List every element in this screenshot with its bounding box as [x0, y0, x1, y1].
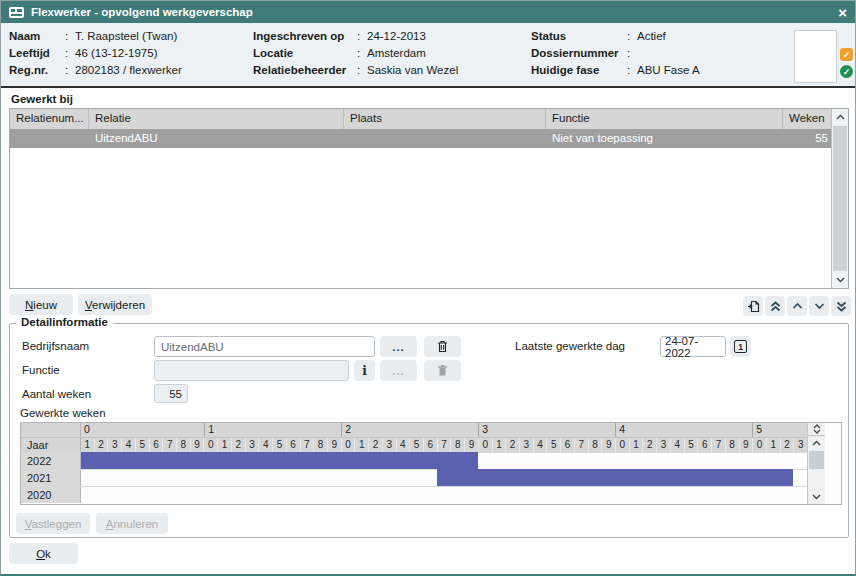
column-header-weken[interactable]: Weken — [783, 109, 832, 129]
week-number-header-cell: 4 — [396, 438, 410, 452]
ellipsis-icon: ... — [392, 367, 405, 375]
green-check-icon[interactable]: ✓ — [840, 65, 853, 78]
field-value: T. Raapsteel (Twan) — [75, 28, 177, 45]
separator: : — [357, 28, 367, 45]
week-number-header-cell: 9 — [464, 438, 478, 452]
table-scrollbar[interactable] — [831, 109, 848, 288]
close-icon[interactable]: × — [838, 5, 847, 20]
year-label: 2020 — [21, 487, 81, 503]
header-column-right: Status:Actief Dossiernummer: Huidige fas… — [531, 28, 700, 79]
flexwerker-dialog: Flexwerker - opvolgend werkgeverschap × … — [0, 0, 856, 576]
header-column-left: Naam:T. Raapsteel (Twan) Leeftijd:46 (13… — [9, 28, 182, 79]
new-button[interactable]: Nieuw — [9, 294, 73, 315]
bedrijfsnaam-input[interactable]: UitzendABU — [154, 336, 375, 357]
worked-weeks-bar — [437, 469, 793, 486]
delete-button[interactable]: Verwijderen — [78, 294, 152, 315]
export-row-button[interactable] — [743, 296, 763, 316]
scroll-both-icon[interactable] — [808, 423, 825, 436]
functie-info-button[interactable]: i — [354, 360, 375, 381]
field-value: 24-12-2013 — [367, 28, 426, 45]
field-label: Ingeschreven op — [253, 28, 357, 45]
detail-section: Detailinformatie Bedrijfsnaam UitzendABU… — [9, 323, 849, 538]
info-icon: i — [362, 364, 367, 378]
field-label: Locatie — [253, 45, 357, 62]
cell-plaats — [344, 129, 546, 148]
week-number-header-cell: 0 — [615, 438, 629, 452]
scrollbar-thumb[interactable] — [833, 126, 847, 271]
person-info-header: Naam:T. Raapsteel (Twan) Leeftijd:46 (13… — [1, 23, 855, 88]
bedrijfsnaam-label: Bedrijfsnaam — [22, 340, 89, 352]
move-top-button[interactable] — [765, 296, 785, 316]
week-number-header-row: Jaar 12345678901234567890123456789012345… — [21, 437, 807, 452]
year-row: 2021 — [21, 469, 807, 486]
laatste-gewerkte-dag-input[interactable]: 24-07-2022 — [660, 336, 726, 357]
field-value: Actief — [637, 28, 666, 45]
scrollbar-thumb[interactable] — [809, 451, 824, 469]
bedrijfsnaam-delete-button[interactable] — [424, 336, 461, 357]
week-number-header-cell: 0 — [752, 438, 766, 452]
gewerkte-weken-label: Gewerkte weken — [20, 407, 106, 419]
weeks-track[interactable] — [81, 487, 807, 503]
year-label: 2021 — [21, 470, 81, 486]
field-label: Huidige fase — [531, 62, 627, 79]
week-number-header-cell: 7 — [300, 438, 314, 452]
year-label: 2022 — [21, 453, 81, 469]
column-header-functie[interactable]: Functie — [546, 109, 783, 129]
field-label: Dossiernummer — [531, 45, 627, 62]
chevron-up-icon — [792, 302, 803, 310]
week-number-header-cell: 1 — [217, 438, 231, 452]
year-column-header: Jaar — [21, 438, 81, 452]
move-up-button[interactable] — [787, 296, 807, 316]
column-header-relatie[interactable]: Relatie — [89, 109, 344, 129]
button-label: Ok — [36, 548, 51, 560]
week-tens-header-cell: 4 — [615, 423, 752, 437]
week-number-header-cell: 0 — [478, 438, 492, 452]
week-number-header-cell: 5 — [409, 438, 423, 452]
cell-functie: Niet van toepassing — [546, 129, 783, 148]
separator: : — [357, 45, 367, 62]
column-header-plaats[interactable]: Plaats — [344, 109, 546, 129]
move-down-button[interactable] — [809, 296, 829, 316]
week-number-header-cell: 9 — [601, 438, 615, 452]
week-number-header-cell: 4 — [670, 438, 684, 452]
scroll-up-icon[interactable] — [832, 109, 848, 125]
cell-weken: 55 — [783, 129, 832, 148]
ok-button[interactable]: Ok — [9, 543, 78, 564]
separator: : — [65, 62, 75, 79]
week-number-header-cell: 6 — [697, 438, 711, 452]
week-tens-header-cell: 2 — [341, 423, 478, 437]
week-number-header-cell: 5 — [546, 438, 560, 452]
week-number-header-cell: 7 — [574, 438, 588, 452]
column-header-relatienummer[interactable]: Relatienum... — [10, 109, 89, 129]
weeks-track[interactable] — [81, 453, 807, 469]
move-bottom-button[interactable] — [831, 296, 851, 316]
week-number-header-cell: 6 — [560, 438, 574, 452]
week-number-header-cell: 2 — [368, 438, 382, 452]
chevron-down-icon — [814, 302, 825, 310]
week-number-header-cell: 2 — [231, 438, 245, 452]
week-number-header-cell: 2 — [780, 438, 794, 452]
bedrijfsnaam-browse-button[interactable]: ... — [380, 336, 417, 357]
field-value: 46 (13-12-1975) — [75, 45, 157, 62]
button-label: Annuleren — [106, 518, 158, 530]
date-picker-button[interactable]: 1 — [730, 336, 751, 357]
week-tens-header-cell: 5 — [752, 423, 807, 437]
week-grid-scrollbar[interactable] — [807, 423, 825, 504]
scroll-down-icon[interactable] — [808, 490, 825, 504]
button-label: Nieuw — [25, 299, 57, 311]
functie-input — [154, 360, 349, 381]
week-number-header-cell: 4 — [533, 438, 547, 452]
weeks-track[interactable] — [81, 470, 807, 486]
table-row-selected[interactable]: UitzendABU Niet van toepassing 55 — [10, 129, 848, 148]
window-title: Flexwerker - opvolgend werkgeverschap — [31, 6, 253, 18]
photo-placeholder — [794, 30, 837, 83]
week-number-header-cell: 5 — [684, 438, 698, 452]
aantal-weken-input: 55 — [154, 384, 188, 403]
scroll-up-icon[interactable] — [808, 436, 825, 450]
orange-check-icon[interactable]: ✓ — [840, 48, 853, 61]
week-number-header-cell: 9 — [739, 438, 753, 452]
scroll-down-icon[interactable] — [832, 272, 848, 288]
separator: : — [357, 62, 367, 79]
week-number-header-cell: 0 — [203, 438, 217, 452]
double-chevron-down-icon — [836, 301, 847, 312]
